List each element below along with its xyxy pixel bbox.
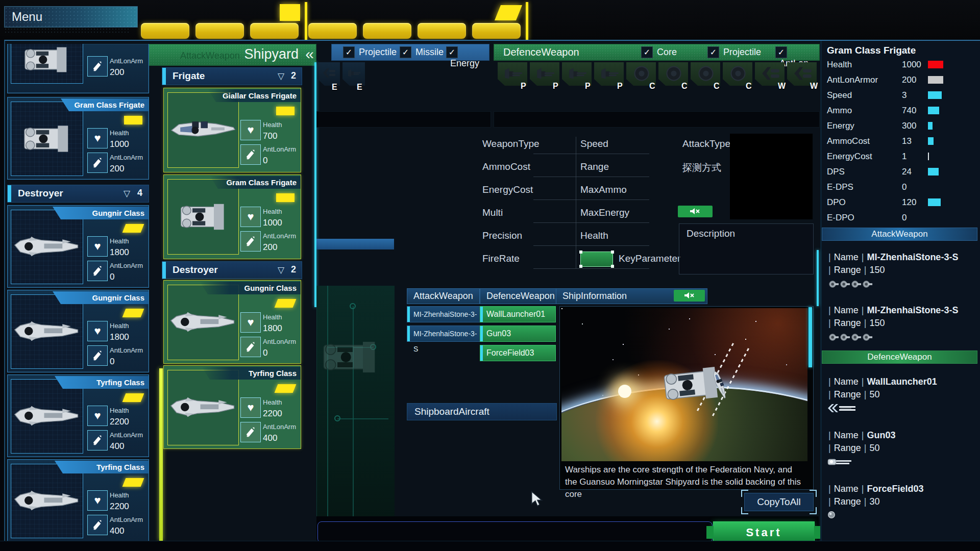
attack-weapon-item-1[interactable]: MI-ZhenhaiStone-3-S (407, 306, 481, 322)
fleet-card-partial[interactable]: AntLonArm 200 (7, 44, 149, 93)
health-icon: ♥ (240, 207, 261, 227)
filter-missile[interactable]: ✓Missile (400, 46, 444, 58)
section-accent (8, 185, 11, 202)
filter-projectile[interactable]: ✓Projectile (343, 46, 397, 58)
item-label: WallLauncher01 (486, 310, 545, 318)
ship-sprite (171, 198, 235, 236)
slot-row-background (316, 111, 491, 128)
checkbox-checked-icon[interactable]: ✓ (343, 46, 355, 58)
copy-to-all-button[interactable]: CopyToAll (744, 493, 814, 511)
fleet-name-input[interactable] (317, 521, 713, 543)
armor-value: 0 (263, 348, 267, 358)
filter-funnel-icon[interactable]: ▽ (124, 188, 130, 199)
fleet-card-gram-frigate[interactable]: Gram Class Frigate ♥ Health 1000 AntLonA… (7, 97, 149, 180)
stat-chip (928, 91, 942, 99)
shipyard-card-gungnir[interactable]: Gungnir Class Destroyer ♥ Health 1800 An… (163, 280, 301, 364)
fleet-card-tyrfing-2[interactable]: Tyrfing Class Destroyer ♥ Health 2200 An… (7, 459, 149, 542)
rank-badge-icon (122, 309, 144, 317)
shipboard-aircraft-bar[interactable]: ShipboardAircraft (407, 403, 557, 420)
attack-entry-range: |Range|150 (825, 265, 885, 276)
collapse-icon[interactable]: « (305, 45, 314, 63)
rank-badge-icon (276, 107, 295, 115)
filter-funnel-icon[interactable]: ▽ (278, 71, 284, 82)
filter-projectile-2[interactable]: ✓Projectile (707, 46, 761, 58)
divider-marker (305, 2, 307, 40)
fleet-card-gungnir-1[interactable]: Gungnir Class Destroyer ♥ Health 1800 An… (7, 205, 149, 288)
health-icon: ♥ (240, 120, 261, 140)
fleet-section-destroyer[interactable]: Destroyer ▽ 4 (7, 185, 149, 203)
slot-type-letter: W (810, 82, 818, 91)
stat-label: Health (827, 60, 852, 70)
shipyard-scrollbar[interactable] (314, 62, 316, 307)
stat-label: Health (580, 230, 608, 241)
armor-value: 400 (110, 526, 124, 536)
defence-weapon-item-3[interactable]: ForceField03 (480, 345, 556, 361)
defence-entry-range: |Range|30 (825, 496, 879, 507)
filter-energy[interactable]: ✓Energy (446, 46, 489, 69)
fleet-card-gungnir-2[interactable]: Gungnir Class Destroyer ♥ Health 1800 An… (7, 290, 149, 372)
health-label: Health (110, 491, 129, 499)
armor-label: AntLonArm (263, 145, 296, 153)
health-label: Health (110, 129, 129, 137)
right-panel-scrollbar[interactable] (817, 250, 819, 306)
checkbox-checked-icon[interactable]: ✓ (775, 46, 787, 58)
defence-entry-name: |Name|WallLauncher01 (825, 377, 937, 387)
slot-type-letter: C (746, 82, 752, 91)
checkbox-checked-icon[interactable]: ✓ (446, 46, 458, 58)
defence-weapon-item-2[interactable]: Gun03 (480, 325, 556, 342)
description-label: Description (687, 228, 735, 239)
armor-icon (87, 515, 108, 535)
mute-button[interactable] (678, 206, 713, 217)
card-title: Gram Class Frigate (210, 176, 301, 189)
shipyard-title: Shipyard (244, 46, 299, 62)
start-button[interactable]: Start (713, 521, 815, 543)
tab-defenceweapon[interactable]: DefenceWeapon (480, 288, 561, 304)
checkbox-checked-icon[interactable]: ✓ (400, 46, 411, 58)
key-parameter-swatch[interactable] (580, 252, 613, 267)
fleet-slot-button-3[interactable] (250, 23, 299, 39)
fleet-slot-button-4[interactable] (308, 23, 357, 39)
ship-sprite (13, 402, 81, 430)
armor-icon (240, 337, 261, 357)
ship-image-box (11, 210, 83, 284)
slot-type-letter: P (617, 82, 623, 91)
filter-funnel-icon[interactable]: ▽ (278, 265, 284, 276)
shipyard-card-gram[interactable]: Gram Class Frigate ♥ Health 1000 AntLonA… (163, 174, 301, 259)
stat-value: 740 (902, 106, 916, 116)
forcefield-icon (827, 510, 836, 519)
shipyard-card-tyrfing[interactable]: Tyrfing Class Destroyer ♥ Health 2200 An… (163, 365, 301, 449)
ship-scene-image (561, 308, 807, 461)
flag-marker-icon (280, 4, 300, 21)
fleet-slot-button-5[interactable] (363, 23, 411, 39)
fleet-card-tyrfing-1[interactable]: Tyrfing Class Destroyer ♥ Health 2200 An… (7, 374, 149, 457)
shipyard-section-destroyer[interactable]: Destroyer ▽ 2 (162, 261, 302, 279)
stat-chip (928, 153, 929, 160)
stat-value: 1000 (902, 60, 921, 70)
attack-entry-range: |Range|150 (825, 318, 885, 329)
fleet-slot-button-2[interactable] (195, 23, 244, 39)
card-title: Tyrfing Class Destroyer (55, 461, 149, 473)
info-scrollbar[interactable] (808, 307, 812, 367)
health-label: Health (263, 121, 282, 129)
fleet-slot-button-6[interactable] (418, 23, 466, 39)
checkbox-checked-icon[interactable]: ✓ (641, 46, 653, 58)
shipyard-section-frigate[interactable]: Frigate ▽ 2 (162, 67, 302, 85)
shipyard-card-giallar[interactable]: Giallar Class Frigate ♥ Health 700 AntLo… (163, 88, 301, 172)
health-value: 1800 (110, 247, 129, 258)
fleet-slot-button-7[interactable] (472, 23, 521, 39)
stat-label: Speed (580, 138, 608, 149)
health-icon: ♥ (87, 128, 108, 148)
defence-entry-range: |Range|50 (825, 443, 879, 454)
defence-weapon-item-1[interactable]: WallLauncher01 (480, 306, 556, 322)
fleet-scrollbar[interactable] (159, 368, 163, 541)
checkbox-checked-icon[interactable]: ✓ (707, 46, 719, 58)
filter-label: Projectile (359, 47, 397, 58)
fleet-slot-button-1[interactable] (141, 23, 189, 39)
menu-button[interactable]: Menu (4, 6, 138, 28)
filter-core[interactable]: ✓Core (641, 46, 677, 58)
attack-weapon-item-2[interactable]: MI-ZhenhaiStone-3-S (407, 325, 481, 342)
attack-entry-name: |Name|MI-ZhenhaiStone-3-S (825, 305, 958, 316)
description-box: Description (679, 223, 814, 274)
tab-attackweapon[interactable]: AttackWeapon (407, 288, 480, 304)
ship-info-mute-button[interactable] (674, 290, 705, 302)
